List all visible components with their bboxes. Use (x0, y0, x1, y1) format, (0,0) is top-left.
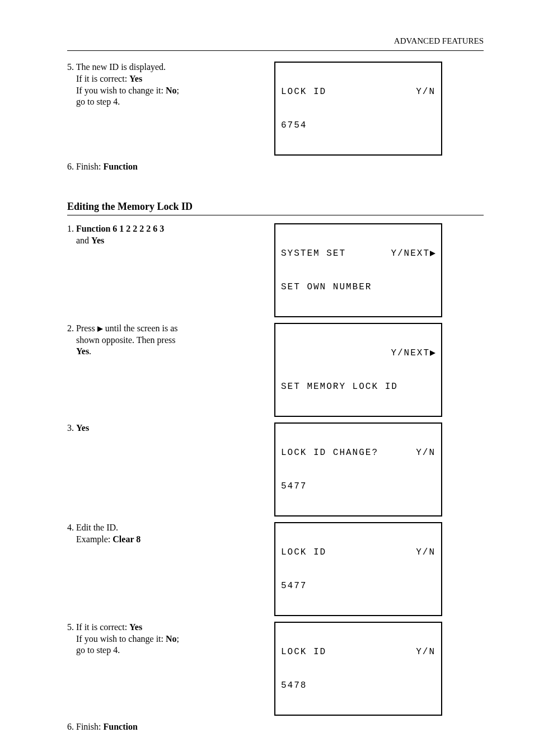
lcd-text: 5477 (281, 580, 435, 591)
lcd-text: 5478 (281, 680, 435, 691)
page-header: ADVANCED FEATURES (67, 22, 484, 50)
lcd-text: Y/N (416, 447, 435, 458)
lcd-text: SET OWN NUMBER (281, 281, 435, 293)
triangle-right-icon (430, 251, 435, 256)
edit-step-3: 3. Yes (67, 422, 274, 434)
edit-step-6: 6. Finish: Function (67, 721, 274, 733)
header-rule (67, 50, 484, 51)
edit-step-5: 5. If it is correct: Yes If you wish to … (67, 622, 274, 656)
section-rule (67, 215, 484, 215)
step-6-continuation: 6. Finish: Function (67, 161, 274, 173)
lcd-lock-id-change: LOCK ID CHANGE?Y/N 5477 (274, 422, 442, 516)
edit-step-4: 4. Edit the ID. Example: Clear 8 (67, 522, 274, 546)
lcd-text: LOCK ID CHANGE? (281, 447, 378, 458)
step-5-continuation: 5. The new ID is displayed. If it is cor… (67, 62, 274, 108)
lcd-text: LOCK ID (281, 547, 326, 558)
edit-step-1: 1. Function 6 1 2 2 2 2 6 3 and Yes (67, 223, 274, 247)
edit-step-2: 2. Press until the screen is as shown op… (67, 323, 274, 358)
lcd-text: Y/NEXT (391, 348, 435, 359)
lcd-lock-id-5478: LOCK IDY/N 5478 (274, 622, 442, 716)
triangle-right-icon (97, 326, 103, 332)
lcd-lock-id-5477: LOCK IDY/N 5477 (274, 522, 442, 616)
lcd-text: Y/N (416, 646, 435, 658)
lcd-text: LOCK ID (281, 86, 326, 97)
lcd-text: Y/NEXT (391, 248, 435, 259)
lcd-text: SYSTEM SET (281, 248, 346, 259)
triangle-right-icon (430, 350, 435, 356)
lcd-system-set: SYSTEM SETY/NEXT SET OWN NUMBER (274, 223, 442, 317)
lcd-text: 5477 (281, 481, 435, 492)
header-section-label: ADVANCED FEATURES (394, 36, 484, 46)
lcd-set-memory-lock-id: Y/NEXT SET MEMORY LOCK ID (274, 323, 442, 417)
lcd-lock-id-6754: LOCK IDY/N 6754 (274, 62, 442, 156)
lcd-text: LOCK ID (281, 646, 326, 658)
lcd-text: Y/N (416, 86, 435, 97)
section-title-editing: Editing the Memory Lock ID (67, 201, 484, 213)
lcd-text: SET MEMORY LOCK ID (281, 381, 435, 392)
lcd-text: 6754 (281, 120, 435, 131)
lcd-text: Y/N (416, 547, 435, 558)
